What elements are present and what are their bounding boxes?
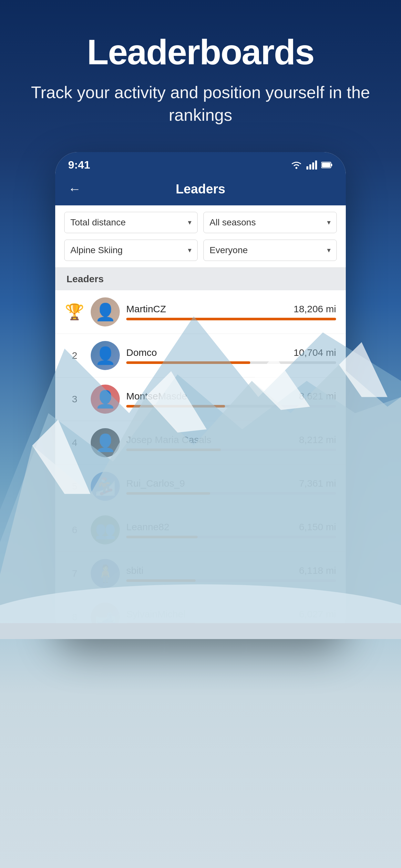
signal-icon: [306, 160, 317, 169]
svg-rect-15: [322, 163, 330, 167]
hero-title: Leaderboards: [26, 32, 375, 71]
page-wrapper: Leaderboards Track your activity and pos…: [0, 0, 401, 639]
status-time: 9:41: [68, 159, 90, 171]
back-button[interactable]: ←: [68, 182, 81, 196]
hero-subtitle: Track your activity and position yoursel…: [26, 81, 375, 126]
svg-rect-11: [309, 164, 311, 169]
app-title: Leaders: [176, 182, 225, 196]
svg-rect-8: [0, 623, 401, 639]
svg-rect-12: [312, 162, 314, 169]
svg-rect-13: [315, 160, 317, 169]
wifi-icon: [290, 160, 303, 169]
status-bar: 9:41: [55, 152, 346, 176]
status-icons: [290, 160, 333, 169]
app-header: ← Leaders: [55, 176, 346, 206]
svg-point-9: [296, 167, 297, 169]
svg-rect-16: [331, 164, 332, 166]
mountain-background: [0, 192, 401, 640]
svg-rect-10: [306, 166, 308, 169]
hero-section: Leaderboards Track your activity and pos…: [0, 0, 401, 146]
battery-icon: [321, 161, 333, 168]
